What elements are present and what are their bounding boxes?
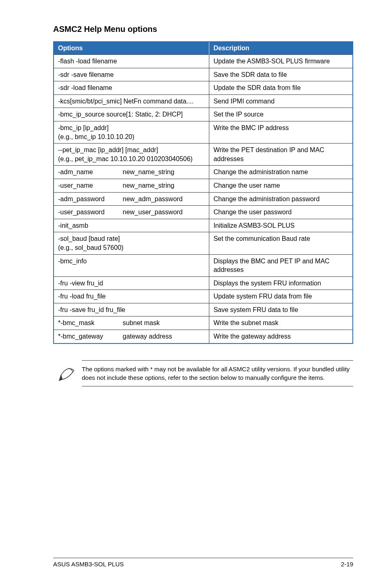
cell-description: Send IPMI command bbox=[209, 94, 353, 108]
option-line: (e.g., bmc_ip 10.10.10.20) bbox=[58, 132, 205, 141]
option-line: -flash -load filename bbox=[58, 57, 205, 66]
cell-description: Change the user password bbox=[209, 206, 353, 219]
table-row: -bmc_ip [ip_addr](e.g., bmc_ip 10.10.10.… bbox=[54, 121, 353, 143]
cell-option: -flash -load filename bbox=[54, 55, 209, 68]
option-arg: subnet mask bbox=[123, 319, 205, 328]
table-row: -sdr -save filenameSave the SDR data to … bbox=[54, 68, 353, 81]
option-line: -bmc_info bbox=[58, 257, 205, 266]
table-row: -user_passwordnew_user_passwordChange th… bbox=[54, 206, 353, 219]
cell-option: -user_namenew_name_string bbox=[54, 179, 209, 192]
cell-description: Displays the system FRU information bbox=[209, 276, 353, 290]
table-row: -fru -view fru_idDisplays the system FRU… bbox=[54, 276, 353, 290]
cell-option: -bmc_ip_source source[1: Static, 2: DHCP… bbox=[54, 108, 209, 121]
cell-description: Initialize ASMB3-SOL PLUS bbox=[209, 219, 353, 232]
footer-left: ASUS ASMB3-SOL PLUS bbox=[53, 561, 124, 568]
cell-description: Save system FRU data to file bbox=[209, 303, 353, 316]
cell-description: Write the subnet mask bbox=[209, 316, 353, 330]
option-line: (e.g., sol_baud 57600) bbox=[58, 243, 205, 252]
th-options: Options bbox=[54, 42, 209, 55]
option-flag: *-bmc_mask bbox=[58, 319, 123, 328]
table-row: *-bmc_gatewaygateway addressWrite the ga… bbox=[54, 330, 353, 343]
cell-option: -sdr -save filename bbox=[54, 68, 209, 81]
cell-option: -fru -load fru_file bbox=[54, 290, 209, 303]
cell-option: -adm_namenew_name_string bbox=[54, 166, 209, 179]
option-line: --pet_ip_mac [ip_addr] [mac_addr] bbox=[58, 146, 205, 155]
option-line: -fru -save fru_id fru_file bbox=[58, 305, 205, 314]
option-flag: -user_name bbox=[58, 181, 123, 190]
option-flag: -adm_name bbox=[58, 168, 123, 177]
cell-option: --pet_ip_mac [ip_addr] [mac_addr](e.g., … bbox=[54, 144, 209, 166]
cell-option: -sol_baud [baud rate](e.g., sol_baud 576… bbox=[54, 232, 209, 254]
cell-option: -bmc_info bbox=[54, 254, 209, 276]
table-row: -fru -save fru_id fru_fileSave system FR… bbox=[54, 303, 353, 316]
option-arg: gateway address bbox=[123, 332, 205, 341]
option-arg: new_name_string bbox=[123, 168, 205, 177]
note-text: The options marked with * may not be ava… bbox=[82, 360, 353, 386]
option-flag: -adm_password bbox=[58, 195, 123, 204]
cell-option: *-bmc_gatewaygateway address bbox=[54, 330, 209, 343]
cell-description: Update the SDR data from file bbox=[209, 81, 353, 95]
option-line: -sol_baud [baud rate] bbox=[58, 234, 205, 243]
table-row: -bmc_ip_source source[1: Static, 2: DHCP… bbox=[54, 108, 353, 121]
cell-description: Set the communication Baud rate bbox=[209, 232, 353, 254]
option-flag: -user_password bbox=[58, 208, 123, 217]
option-line: -sdr -save filename bbox=[58, 70, 205, 79]
cell-description: Update system FRU data from file bbox=[209, 290, 353, 303]
cell-description: Write the BMC IP address bbox=[209, 121, 353, 143]
option-flag: *-bmc_gateway bbox=[58, 332, 123, 341]
option-arg: new_name_string bbox=[123, 181, 205, 190]
note-block: The options marked with * may not be ava… bbox=[53, 360, 353, 386]
table-row: -adm_passwordnew_adm_passwordChange the … bbox=[54, 192, 353, 206]
cell-description: Update the ASMB3-SOL PLUS firmware bbox=[209, 55, 353, 68]
cell-option: -bmc_ip [ip_addr](e.g., bmc_ip 10.10.10.… bbox=[54, 121, 209, 143]
table-row: *-bmc_masksubnet maskWrite the subnet ma… bbox=[54, 316, 353, 330]
cell-description: Write the gateway address bbox=[209, 330, 353, 343]
cell-description: Change the user name bbox=[209, 179, 353, 192]
option-line: -fru -load fru_file bbox=[58, 292, 205, 301]
option-line: -bmc_ip [ip_addr] bbox=[58, 123, 205, 132]
option-arg: new_adm_password bbox=[123, 195, 205, 204]
section-heading: ASMC2 Help Menu options bbox=[53, 25, 353, 34]
option-line: -fru -view fru_id bbox=[58, 279, 205, 288]
options-table: Options Description -flash -load filenam… bbox=[53, 41, 353, 344]
cell-option: -init_asmb bbox=[54, 219, 209, 232]
cell-option: *-bmc_masksubnet mask bbox=[54, 316, 209, 330]
th-description: Description bbox=[209, 42, 353, 55]
pencil-icon bbox=[53, 360, 82, 382]
option-line: -init_asmb bbox=[58, 221, 205, 230]
page-footer: ASUS ASMB3-SOL PLUS 2-19 bbox=[53, 558, 353, 568]
option-line: -kcs[smic/bt/pci_smic] NetFn command dat… bbox=[58, 97, 205, 106]
table-row: -flash -load filenameUpdate the ASMB3-SO… bbox=[54, 55, 353, 68]
table-row: --pet_ip_mac [ip_addr] [mac_addr](e.g., … bbox=[54, 144, 353, 166]
cell-option: -sdr -load filename bbox=[54, 81, 209, 95]
cell-description: Displays the BMC and PET IP and MAC addr… bbox=[209, 254, 353, 276]
table-row: -adm_namenew_name_stringChange the admin… bbox=[54, 166, 353, 179]
option-line: (e.g., pet_ip_mac 10.10.10.20 0102030405… bbox=[58, 155, 205, 164]
table-row: -init_asmbInitialize ASMB3-SOL PLUS bbox=[54, 219, 353, 232]
cell-description: Write the PET destination IP and MAC add… bbox=[209, 144, 353, 166]
option-line: -bmc_ip_source source[1: Static, 2: DHCP… bbox=[58, 110, 205, 119]
cell-description: Save the SDR data to file bbox=[209, 68, 353, 81]
option-arg: new_user_password bbox=[123, 208, 205, 217]
cell-option: -fru -view fru_id bbox=[54, 276, 209, 290]
cell-description: Set the IP source bbox=[209, 108, 353, 121]
cell-option: -adm_passwordnew_adm_password bbox=[54, 192, 209, 206]
cell-description: Change the administration name bbox=[209, 166, 353, 179]
option-line: -sdr -load filename bbox=[58, 83, 205, 92]
table-row: -fru -load fru_fileUpdate system FRU dat… bbox=[54, 290, 353, 303]
table-row: -sdr -load filenameUpdate the SDR data f… bbox=[54, 81, 353, 95]
cell-option: -fru -save fru_id fru_file bbox=[54, 303, 209, 316]
table-row: -sol_baud [baud rate](e.g., sol_baud 576… bbox=[54, 232, 353, 254]
cell-option: -user_passwordnew_user_password bbox=[54, 206, 209, 219]
footer-right: 2-19 bbox=[341, 561, 353, 568]
cell-description: Change the administration password bbox=[209, 192, 353, 206]
cell-option: -kcs[smic/bt/pci_smic] NetFn command dat… bbox=[54, 94, 209, 108]
table-row: -bmc_infoDisplays the BMC and PET IP and… bbox=[54, 254, 353, 276]
table-row: -kcs[smic/bt/pci_smic] NetFn command dat… bbox=[54, 94, 353, 108]
table-row: -user_namenew_name_stringChange the user… bbox=[54, 179, 353, 192]
